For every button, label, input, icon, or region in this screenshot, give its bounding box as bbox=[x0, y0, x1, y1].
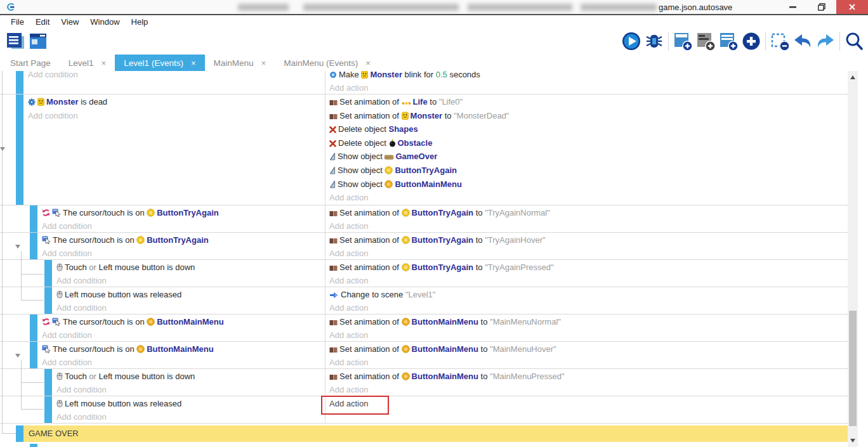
restore-button[interactable] bbox=[807, 0, 836, 14]
tab-mainmenu-events[interactable]: MainMenu (Events) × bbox=[275, 55, 379, 71]
menu-view[interactable]: View bbox=[55, 17, 84, 27]
actions-column[interactable]: Add action bbox=[325, 396, 858, 423]
conditions-column[interactable]: Left mouse button was releasedAdd condit… bbox=[56, 287, 325, 314]
condition-line[interactable]: Add condition bbox=[28, 109, 325, 123]
conditions-column[interactable]: Left mouse button was releasedAdd condit… bbox=[56, 396, 325, 423]
action-line[interactable]: Add action bbox=[329, 81, 858, 94]
close-button[interactable] bbox=[836, 0, 868, 14]
menu-edit[interactable]: Edit bbox=[30, 17, 55, 27]
action-line[interactable]: Add action bbox=[329, 328, 858, 341]
action-line[interactable]: Make Monster blink for 0.5 seconds bbox=[329, 71, 858, 81]
conditions-column[interactable]: The cursor/touch is on ButtonMainMenuAdd… bbox=[42, 342, 325, 368]
event-tryagain-release[interactable]: Left mouse button was releasedAdd condit… bbox=[0, 287, 858, 314]
actions-column[interactable]: Set animation of ButtonTryAgain to "TryA… bbox=[325, 233, 858, 259]
comment-box[interactable]: GAME OVER bbox=[23, 425, 858, 442]
event-mainmenu-hover[interactable]: The cursor/touch is on ButtonMainMenuAdd… bbox=[0, 342, 858, 369]
action-line[interactable]: Add action bbox=[329, 356, 858, 368]
actions-column[interactable]: Set animation of ButtonTryAgain to "TryA… bbox=[325, 260, 858, 287]
tab-mainmenu[interactable]: MainMenu × bbox=[205, 55, 275, 71]
redo-icon[interactable] bbox=[814, 30, 837, 52]
condition-line[interactable]: Add condition bbox=[42, 356, 325, 368]
conditions-column[interactable]: The cursor/touch is on ButtonMainMenuAdd… bbox=[42, 314, 325, 341]
condition-line[interactable]: Touch or Left mouse button is down bbox=[56, 261, 325, 274]
event-mainmenu-release[interactable]: Left mouse button was releasedAdd condit… bbox=[0, 396, 858, 424]
tab-close-icon[interactable]: × bbox=[102, 58, 107, 68]
conditions-column[interactable]: The cursor/touch is on ButtonTryAgainAdd… bbox=[42, 205, 325, 232]
action-line[interactable]: Set animation of ButtonTryAgain to "TryA… bbox=[329, 233, 858, 247]
tab-level1-events[interactable]: Level1 (Events) × bbox=[115, 55, 204, 71]
action-line[interactable]: Show object GameOver bbox=[329, 150, 858, 164]
actions-column[interactable]: Make Monster blink for 0.5 secondsAdd ac… bbox=[325, 71, 858, 94]
action-line[interactable]: Add action bbox=[329, 247, 858, 259]
action-line[interactable]: Show object ButtonMainMenu bbox=[329, 178, 858, 191]
condition-line[interactable]: Left mouse button was released bbox=[56, 288, 325, 301]
remove-selection-icon[interactable] bbox=[768, 30, 791, 52]
condition-line[interactable]: Add condition bbox=[56, 301, 325, 314]
condition-line[interactable]: The cursor/touch is on ButtonTryAgain bbox=[42, 233, 325, 247]
condition-line[interactable]: Add condition bbox=[56, 410, 325, 423]
action-line[interactable]: Set animation of Monster to "MonsterDead… bbox=[329, 109, 858, 123]
condition-line[interactable]: Left mouse button was released bbox=[56, 397, 325, 410]
conditions-column[interactable]: Touch or Left mouse button is downAdd co… bbox=[56, 260, 325, 287]
action-line[interactable]: Add action bbox=[329, 219, 858, 232]
add-comment-icon[interactable] bbox=[694, 30, 717, 52]
condition-line[interactable]: Add condition bbox=[56, 383, 325, 396]
actions-column[interactable]: Set animation of Life to "Life0"Set anim… bbox=[325, 94, 858, 205]
action-line[interactable]: Set animation of ButtonMainMenu to "Main… bbox=[329, 342, 858, 356]
menu-file[interactable]: File bbox=[5, 17, 30, 27]
condition-line[interactable]: Add condition bbox=[42, 247, 325, 259]
action-line[interactable]: Set animation of Life to "Life0" bbox=[329, 95, 858, 109]
scroll-down-icon[interactable] bbox=[850, 439, 855, 443]
event-tryagain-normal[interactable]: The cursor/touch is on ButtonTryAgainAdd… bbox=[0, 205, 858, 233]
condition-line[interactable]: Add condition bbox=[42, 219, 325, 232]
tab-close-icon[interactable]: × bbox=[261, 58, 266, 68]
menu-help[interactable]: Help bbox=[126, 17, 154, 27]
debug-icon[interactable] bbox=[643, 30, 666, 52]
tab-close-icon[interactable]: × bbox=[191, 58, 196, 68]
tab-start-page[interactable]: Start Page bbox=[1, 55, 60, 71]
search-icon[interactable] bbox=[843, 30, 865, 52]
play-icon[interactable] bbox=[620, 30, 643, 52]
action-line[interactable]: Show object ButtonTryAgain bbox=[329, 164, 858, 178]
condition-line[interactable]: The cursor/touch is on ButtonTryAgain bbox=[42, 206, 325, 219]
action-line[interactable]: Add action bbox=[329, 397, 858, 410]
tab-level1[interactable]: Level1 × bbox=[60, 55, 115, 71]
undo-icon[interactable] bbox=[791, 30, 814, 52]
actions-column[interactable]: Change to scene "Level1"Add action bbox=[325, 287, 858, 314]
scene-editor-icon[interactable] bbox=[27, 30, 49, 52]
add-plus-icon[interactable] bbox=[740, 30, 763, 52]
action-line[interactable]: Set animation of ButtonTryAgain to "TryA… bbox=[329, 206, 858, 219]
action-line[interactable]: Delete object Shapes bbox=[329, 122, 858, 136]
actions-column[interactable]: Set animation of ButtonTryAgain to "TryA… bbox=[325, 205, 858, 232]
comment-game-over[interactable]: GAME OVER bbox=[0, 425, 858, 442]
event-monster-dead[interactable]: Monster is deadAdd conditionSet animatio… bbox=[0, 94, 858, 205]
condition-line[interactable]: Add condition bbox=[28, 71, 325, 81]
conditions-column[interactable]: Add condition bbox=[28, 71, 325, 94]
minimize-button[interactable] bbox=[778, 0, 807, 14]
action-line[interactable]: Set animation of ButtonMainMenu to "Main… bbox=[329, 370, 858, 383]
scroll-up-icon[interactable] bbox=[850, 75, 855, 79]
action-line[interactable]: Add action bbox=[329, 274, 858, 287]
action-line[interactable]: Set animation of ButtonTryAgain to "TryA… bbox=[329, 261, 858, 274]
conditions-column[interactable]: The cursor/touch is on ButtonTryAgainAdd… bbox=[42, 233, 325, 259]
condition-line[interactable]: The cursor/touch is on ButtonMainMenu bbox=[42, 315, 325, 328]
action-line[interactable]: Set animation of ButtonMainMenu to "Main… bbox=[329, 315, 858, 328]
collapse-arrow-icon[interactable] bbox=[0, 147, 5, 151]
action-line[interactable]: Add action bbox=[329, 301, 858, 314]
actions-column[interactable]: Set animation of ButtonMainMenu to "Main… bbox=[325, 369, 858, 396]
add-subevent-icon[interactable] bbox=[717, 30, 740, 52]
actions-column[interactable]: Set animation of ButtonMainMenu to "Main… bbox=[325, 314, 858, 341]
scrollbar-thumb[interactable] bbox=[849, 311, 857, 426]
tab-close-icon[interactable]: × bbox=[365, 58, 371, 68]
collapse-arrow-icon[interactable] bbox=[15, 354, 20, 358]
event-monster-blink-partial[interactable]: Add conditionMake Monster blink for 0.5 … bbox=[0, 71, 858, 94]
condition-line[interactable]: Monster is dead bbox=[28, 95, 325, 109]
event-tryagain-hover[interactable]: The cursor/touch is on ButtonTryAgainAdd… bbox=[0, 233, 858, 260]
action-line[interactable]: Add action bbox=[329, 383, 858, 396]
event-mainmenu-pressed[interactable]: Touch or Left mouse button is downAdd co… bbox=[0, 369, 858, 396]
project-manager-icon[interactable] bbox=[4, 30, 27, 52]
add-event-icon[interactable] bbox=[671, 30, 694, 52]
vertical-scrollbar[interactable] bbox=[848, 71, 858, 447]
event-mainmenu-normal[interactable]: The cursor/touch is on ButtonMainMenuAdd… bbox=[0, 314, 858, 342]
collapse-arrow-icon[interactable] bbox=[15, 245, 20, 249]
